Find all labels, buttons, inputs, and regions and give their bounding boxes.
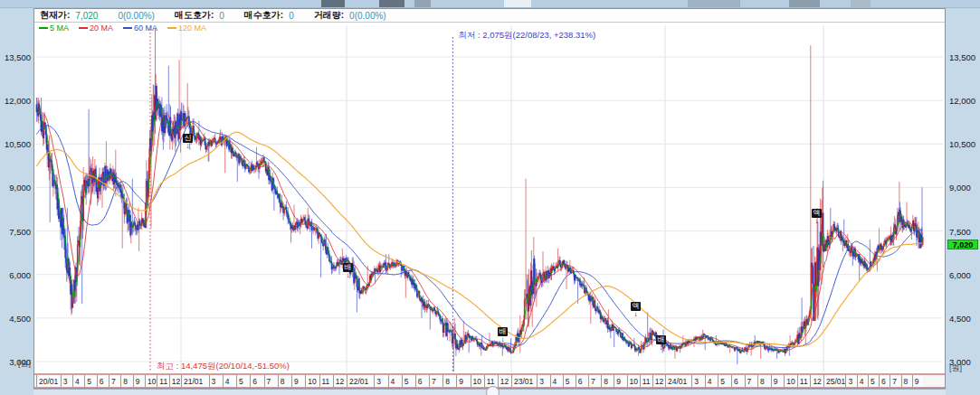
x-tick-cell: 8	[601, 375, 614, 387]
legend-item: 60 MA	[123, 24, 157, 33]
x-tick-cell: 6	[879, 375, 890, 387]
x-tick-cell: 3	[537, 375, 549, 387]
x-tick-cell: 22/01	[347, 375, 374, 387]
x-tick-cell: 9	[912, 375, 923, 387]
price-chart-canvas[interactable]	[34, 22, 945, 373]
marker-arrow-icon: ↓	[183, 143, 193, 150]
x-tick-cell: 11	[797, 375, 811, 387]
x-tick-cell: 8	[120, 375, 132, 387]
x-tick-cell: 11	[319, 375, 333, 387]
x-tick-cell: 6	[731, 375, 745, 387]
x-tick-cell: 10	[471, 375, 484, 387]
x-tick-cell: 4	[857, 375, 868, 387]
y-tick-label-right: 6,000	[949, 270, 971, 280]
ask-price-value: 0	[219, 11, 224, 21]
ask-price-label: 매도호가:	[175, 9, 214, 22]
volume-value: 0(0.00%)	[349, 11, 386, 21]
marker-arrow-icon: ↓	[656, 344, 666, 352]
y-tick-label-left: 6,000	[4, 270, 31, 280]
toolbar-fragment	[851, 0, 871, 7]
x-tick-cell: 11	[157, 375, 168, 387]
x-tick-cell: 4	[72, 375, 84, 387]
x-tick-cell: 12	[333, 375, 347, 387]
x-tick-cell: 8	[757, 375, 771, 387]
toolbar-fragment	[688, 0, 740, 7]
legend-label: 120 MA	[178, 24, 206, 33]
x-tick-cell: 20/01	[36, 375, 61, 387]
x-tick-cell: 6	[415, 375, 429, 387]
y-axis-unit-left: [원]	[5, 358, 31, 370]
bid-price-label: 매수호가:	[244, 9, 283, 22]
bid-price-value: 0	[289, 11, 294, 21]
x-tick-cell: 4	[550, 375, 563, 387]
y-tick-label-left: 13,500	[4, 52, 31, 62]
y-tick-label-left: 12,000	[4, 96, 31, 106]
toolbar-fragment	[379, 0, 404, 7]
ma-legend: 5 MA20 MA60 MA120 MA	[39, 24, 206, 33]
toolbar-fragment	[321, 0, 345, 7]
y-tick-label-left: 7,500	[4, 227, 31, 237]
x-tick-cell: 12	[810, 375, 823, 387]
y-tick-label-right: 7,500	[949, 227, 971, 237]
x-tick-cell: 8	[442, 375, 456, 387]
x-tick-cell: 10	[627, 375, 640, 387]
x-tick-cell: 24/01	[665, 375, 691, 387]
ma-line-swatch	[167, 27, 176, 29]
x-tick-cell: 12	[652, 375, 665, 387]
x-tick-cell: 9	[133, 375, 145, 387]
x-tick-cell: 23/01	[511, 375, 537, 387]
stock-chart-window: 13,50013,50012,00012,00010,50010,5009,00…	[0, 0, 980, 395]
x-tick-cell: 7	[429, 375, 442, 387]
x-tick-cell: 3	[691, 375, 705, 387]
x-tick-cell: 11	[640, 375, 652, 387]
x-tick-cell: 5	[868, 375, 879, 387]
y-tick-label-right: 9,000	[949, 183, 971, 193]
current-price-value: 7,020	[75, 11, 98, 21]
y-tick-label-right: 10,500	[949, 139, 975, 149]
x-tick-cell: 5	[402, 375, 415, 387]
x-tick-cell: 11	[484, 375, 498, 387]
change-value: 0(0.00%)	[118, 11, 155, 21]
x-tick-cell: 3	[61, 375, 72, 387]
chart-area[interactable]: 5 MA20 MA60 MA120 MA 최저 : 2,075원(22/08/2…	[34, 22, 945, 373]
y-tick-label-right: 13,500	[949, 52, 975, 62]
ma-line-swatch	[123, 27, 132, 29]
x-tick-cell: 7	[109, 375, 120, 387]
scrollbar-thumb[interactable]	[486, 386, 500, 395]
y-tick-label-left: 4,500	[4, 314, 31, 324]
y-tick-label-right: 4,500	[949, 314, 971, 324]
x-tick-cell: 4	[705, 375, 718, 387]
toolbar-strip	[0, 0, 980, 8]
x-tick-cell: 12	[498, 375, 511, 387]
x-tick-cell: 7	[890, 375, 900, 387]
x-tick-cell: 6	[250, 375, 263, 387]
x-tick-cell: 25/01	[823, 375, 845, 387]
legend-label: 20 MA	[90, 24, 113, 33]
y-tick-label-left: 10,500	[4, 139, 31, 149]
legend-item: 5 MA	[39, 24, 69, 33]
horizontal-scrollbar[interactable]	[33, 389, 946, 395]
x-tick-cell: 21/01	[181, 375, 209, 387]
x-tick-cell: 7	[745, 375, 758, 387]
current-price-label: 현재가:	[40, 9, 70, 22]
marker-arrow-icon: ↓	[812, 218, 822, 225]
legend-item: 20 MA	[79, 24, 113, 33]
x-tick-cell: 10	[145, 375, 157, 387]
x-tick-cell: 9	[456, 375, 470, 387]
x-tick-cell: 6	[97, 375, 109, 387]
period-low-annotation: 최저 : 2,075원(22/08/23, +238.31%)	[458, 30, 595, 42]
x-tick-cell: 9	[614, 375, 626, 387]
x-tick-cell: 7	[588, 375, 601, 387]
period-high-annotation: 최고 : 14,475원(20/10/14,-51.50%)	[157, 361, 290, 372]
marker-arrow-icon: ↓	[631, 311, 641, 318]
toolbar-fragment	[504, 0, 531, 7]
current-price-tag: 7,020	[947, 240, 978, 249]
ma-line-swatch	[79, 27, 88, 29]
y-tick-label-left: 9,000	[4, 183, 31, 193]
y-tick-label-right: 12,000	[949, 96, 975, 106]
x-tick-cell: 6	[576, 375, 588, 387]
x-tick-cell: 5	[563, 375, 576, 387]
x-tick-cell: 5	[84, 375, 96, 387]
x-tick-cell: 12	[169, 375, 181, 387]
ma-line-swatch	[39, 27, 48, 29]
